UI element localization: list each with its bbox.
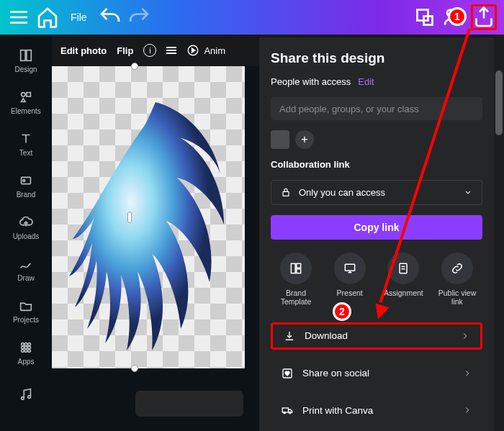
align-icon[interactable] xyxy=(166,47,176,54)
lock-icon xyxy=(280,186,292,198)
svg-rect-21 xyxy=(291,263,295,273)
print-menu-item[interactable]: Print with Canva xyxy=(271,397,482,424)
svg-rect-20 xyxy=(283,192,289,196)
svg-rect-22 xyxy=(297,263,301,268)
menu-label: Download xyxy=(305,330,348,341)
svg-rect-25 xyxy=(400,263,407,273)
share-social-menu-item[interactable]: Share on social xyxy=(271,360,482,386)
svg-rect-0 xyxy=(418,10,428,21)
access-label: People with access xyxy=(271,76,351,87)
sidebar-item-audio[interactable] xyxy=(0,374,52,414)
add-people-input[interactable]: Add people, groups, or your class xyxy=(271,97,482,120)
tile-public-link[interactable]: Public view link xyxy=(432,253,482,307)
menu-label: Print with Canva xyxy=(302,405,373,416)
sidebar-label: Design xyxy=(14,65,37,73)
svg-point-12 xyxy=(28,343,31,346)
file-menu[interactable]: File xyxy=(63,4,94,30)
svg-rect-5 xyxy=(27,50,31,61)
sidebar-label: Elements xyxy=(11,107,41,115)
chevron-down-icon xyxy=(463,187,473,197)
annotation-badge-2: 2 xyxy=(333,302,351,321)
svg-rect-24 xyxy=(345,264,354,271)
menu-label: Share on social xyxy=(302,368,369,378)
sidebar-item-apps[interactable]: Apps xyxy=(0,332,52,373)
add-person-button[interactable]: + xyxy=(295,130,314,149)
panel-title: Share this design xyxy=(271,50,482,66)
copy-link-button[interactable]: Copy link xyxy=(271,215,482,240)
sidebar-label: Draw xyxy=(17,274,34,282)
animate-label: Anim xyxy=(204,45,225,56)
canvas[interactable] xyxy=(52,66,245,368)
tile-label: Present xyxy=(337,289,363,298)
edit-access-link[interactable]: Edit xyxy=(358,76,374,87)
share-panel: Share this design People with access Edi… xyxy=(259,37,494,431)
svg-point-16 xyxy=(22,350,24,353)
info-icon[interactable]: i xyxy=(143,44,156,57)
flip-button[interactable]: Flip xyxy=(117,45,133,56)
annotation-highlight-1 xyxy=(471,4,497,30)
svg-rect-4 xyxy=(21,50,25,61)
tile-label: Brand Template xyxy=(271,289,321,307)
wing-image[interactable] xyxy=(52,66,245,368)
top-bar: File xyxy=(0,0,504,35)
animate-button[interactable]: Anim xyxy=(186,44,225,57)
svg-rect-7 xyxy=(27,93,30,97)
sidebar-label: Text xyxy=(19,149,32,157)
svg-point-29 xyxy=(289,412,291,414)
resize-handle[interactable] xyxy=(127,212,132,223)
chevron-right-icon xyxy=(460,331,470,341)
tile-brand-template[interactable]: Brand Template xyxy=(271,253,321,307)
svg-rect-27 xyxy=(282,408,288,412)
tile-label: Assignment xyxy=(384,289,423,298)
svg-point-15 xyxy=(28,346,31,349)
annotation-badge-1: 1 xyxy=(448,7,467,26)
svg-point-6 xyxy=(22,93,25,97)
resize-handle[interactable] xyxy=(131,63,138,70)
svg-point-14 xyxy=(24,346,27,349)
svg-point-9 xyxy=(23,180,25,182)
download-icon xyxy=(283,330,296,342)
share-button-container xyxy=(469,3,498,32)
chevron-right-icon xyxy=(462,368,472,378)
sidebar-item-draw[interactable]: Draw xyxy=(0,249,52,289)
access-value: Only you can access xyxy=(299,187,385,198)
svg-point-13 xyxy=(22,346,24,349)
scrollbar[interactable] xyxy=(494,35,504,431)
collab-label: Collaboration link xyxy=(271,159,482,170)
heart-icon xyxy=(281,367,294,380)
tile-label: Public view link xyxy=(432,289,482,307)
left-sidebar: Design Elements Text Brand Uploads Draw … xyxy=(0,35,52,431)
svg-point-28 xyxy=(284,412,285,414)
sidebar-item-brand[interactable]: Brand xyxy=(0,165,52,206)
access-dropdown[interactable]: Only you can access xyxy=(271,180,482,204)
scroll-thumb[interactable] xyxy=(495,71,503,135)
undo-icon[interactable] xyxy=(97,4,123,30)
sidebar-item-elements[interactable]: Elements xyxy=(0,82,52,122)
sidebar-label: Apps xyxy=(18,358,35,366)
sidebar-label: Uploads xyxy=(13,232,40,240)
avatar[interactable] xyxy=(271,130,289,149)
svg-point-11 xyxy=(24,343,27,346)
sidebar-item-design[interactable]: Design xyxy=(0,40,52,81)
home-icon[interactable] xyxy=(35,4,60,30)
svg-point-10 xyxy=(22,343,24,346)
sidebar-label: Projects xyxy=(13,316,39,324)
sidebar-item-projects[interactable]: Projects xyxy=(0,291,52,331)
sidebar-item-uploads[interactable]: Uploads xyxy=(0,207,52,248)
resize-handle[interactable] xyxy=(131,365,138,372)
download-menu-item[interactable]: Download xyxy=(271,322,482,350)
redo-icon[interactable] xyxy=(126,4,152,30)
resize-icon[interactable] xyxy=(412,4,438,30)
sidebar-label: Brand xyxy=(17,191,36,199)
tile-present[interactable]: Present xyxy=(325,253,375,307)
svg-point-18 xyxy=(28,350,31,353)
sidebar-item-text[interactable]: Text xyxy=(0,124,52,164)
svg-rect-23 xyxy=(297,268,301,273)
edit-photo-button[interactable]: Edit photo xyxy=(60,45,107,56)
truck-icon xyxy=(281,404,294,417)
timeline-bar[interactable] xyxy=(135,391,243,417)
menu-icon[interactable] xyxy=(6,4,32,30)
svg-point-17 xyxy=(24,350,27,353)
chevron-right-icon xyxy=(462,405,472,415)
